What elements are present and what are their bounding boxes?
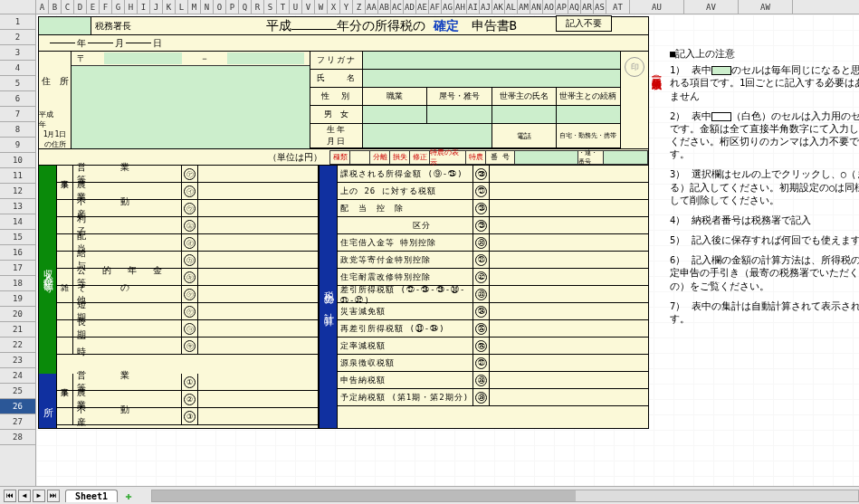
- nav-prev-icon[interactable]: ◀: [18, 490, 31, 502]
- unit-label: （単位は円）: [268, 151, 322, 164]
- row-headers: 1 2 3 4 5 6 7 8 9 10 11 12 13 14 15 16 1…: [0, 14, 36, 486]
- column-headers: A B C D E F G H I J K L M N O P Q R S T …: [0, 0, 859, 14]
- seal-icon: 印: [625, 57, 644, 77]
- worksheet-area[interactable]: 記入不要 税務署長 平成年分の所得税の 確定 申告書B 年 月 日: [36, 14, 859, 486]
- form-title: 平成年分の所得税の 確定 申告書B: [135, 18, 648, 34]
- sheet-tabs: ⏮ ◀ ▶ ⏭ Sheet1 ✚: [0, 486, 859, 504]
- address-input[interactable]: [72, 66, 310, 110]
- nav-first-icon[interactable]: ⏮: [4, 490, 16, 502]
- add-sheet-icon[interactable]: ✚: [125, 490, 131, 502]
- tax-calc-vlabel: 税金の計算: [320, 166, 338, 428]
- jusho-label: 住 所: [39, 52, 72, 110]
- type-boxes: 種類 分離 損失 修正 特農の表示 特農 番 号 ・連・番号: [329, 150, 648, 165]
- nav-next-icon[interactable]: ▶: [33, 490, 45, 502]
- instructions-panel: ■記入上の注意 1） 表中のセルは毎年同じになると思われる項目です。1回ごとに記…: [670, 47, 859, 332]
- col-A[interactable]: A: [36, 0, 49, 14]
- tab-sheet1[interactable]: Sheet1: [65, 490, 118, 502]
- birthdate-input[interactable]: [363, 124, 492, 148]
- office-green-cell[interactable]: [39, 17, 91, 34]
- shotoku-vlabel: 所: [39, 374, 57, 428]
- horizontal-scrollbar[interactable]: [151, 490, 859, 502]
- furigana-input[interactable]: [363, 52, 621, 70]
- income-vlabel: 収入金額等: [39, 166, 57, 374]
- zeimu-label: 税務署長: [91, 20, 135, 33]
- selected-row[interactable]: 26: [0, 399, 35, 414]
- prev-address-input[interactable]: [72, 110, 310, 148]
- date-row: 年 月 日: [39, 35, 648, 52]
- nav-last-icon[interactable]: ⏭: [47, 490, 60, 502]
- shimei-input[interactable]: [363, 70, 621, 88]
- tax-form: 記入不要 税務署長 平成年分の所得税の 確定 申告書B 年 月 日: [38, 16, 649, 429]
